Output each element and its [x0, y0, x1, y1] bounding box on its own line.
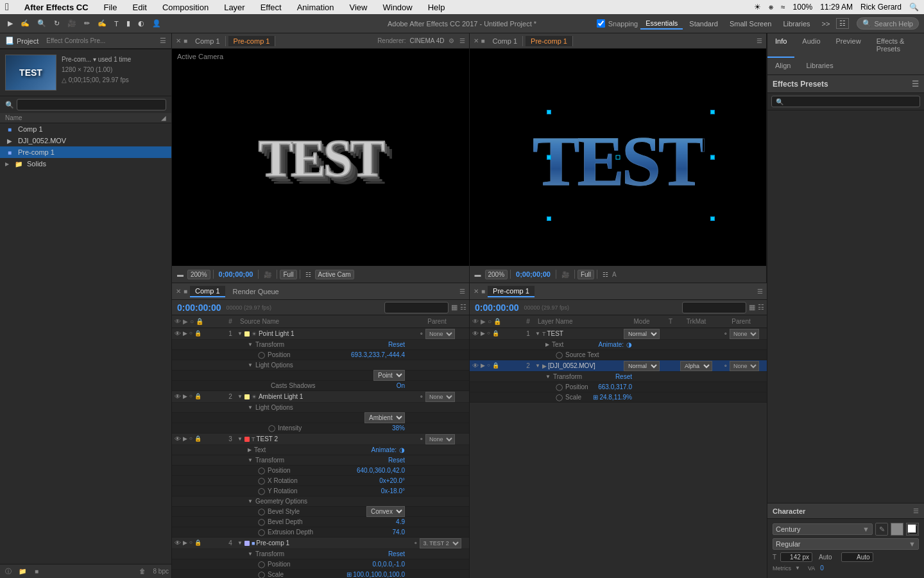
- layer-1-parent-select[interactable]: None: [425, 329, 455, 339]
- layer-3-transform-collapse[interactable]: ▼: [237, 457, 253, 463]
- layer-2-intensity-value[interactable]: 38%: [392, 425, 405, 432]
- viewer-precomp-menu-icon[interactable]: ☰: [757, 37, 762, 44]
- r-layer-2-lock[interactable]: 🔒: [492, 362, 499, 369]
- r-layer-2-pos-value[interactable]: 663.0,317.0: [598, 383, 632, 390]
- toolbar-pan-tool[interactable]: ✏: [81, 18, 92, 29]
- rp-tab-align[interactable]: Align: [767, 58, 798, 74]
- workspace-essentials[interactable]: Essentials: [640, 18, 683, 30]
- viewer-comp1-tab-comp1[interactable]: Comp 1: [190, 36, 226, 46]
- workspace-standard[interactable]: Standard: [684, 19, 723, 29]
- layer-1-solo[interactable]: ○: [189, 330, 193, 337]
- rp-tab-effects[interactable]: Effects & Presets: [869, 33, 924, 58]
- timeline-comp1-close[interactable]: ✕: [176, 288, 181, 295]
- char-leading-input[interactable]: [841, 552, 873, 562]
- layer-4-row[interactable]: 👁 ▶ ○ 🔒 4 ▼ ■ Pre-comp 1: [172, 538, 469, 549]
- layer-4-scale-value[interactable]: ⊞ 100.0,100.0,100.0: [346, 571, 405, 578]
- selection-handle-mr[interactable]: [710, 155, 715, 160]
- toolbar-hand-tool[interactable]: ✍: [18, 18, 32, 29]
- timeline-comp1-render-queue[interactable]: Render Queue: [233, 288, 279, 295]
- layer-3-eye[interactable]: 👁: [175, 435, 181, 442]
- selection-handle-ml[interactable]: [547, 155, 551, 160]
- r-layer-2-audio[interactable]: ▶: [481, 362, 485, 369]
- timeline-comp1-graph-btn[interactable]: ▦: [451, 303, 458, 311]
- layer-2-collapse[interactable]: ▼: [237, 394, 244, 399]
- effect-menu[interactable]: Effect: [258, 3, 284, 12]
- layer-3-pos-value[interactable]: 640.0,360.0,42.0: [357, 467, 405, 474]
- timeline-precomp-search[interactable]: [682, 302, 746, 313]
- effects-search-input[interactable]: [786, 98, 916, 105]
- new-solid-btn[interactable]: 🗑: [137, 566, 148, 577]
- viewer-precomp-timecode[interactable]: 0;00;00;00: [513, 270, 553, 279]
- character-panel-menu-icon[interactable]: ☰: [913, 507, 919, 514]
- layer-1-transform-collapse[interactable]: ▼: [237, 342, 253, 347]
- selection-handle-bl[interactable]: [547, 216, 551, 221]
- viewer-precomp-zoom-out[interactable]: ▬: [472, 270, 484, 279]
- project-item-comp1[interactable]: ■ Comp 1: [0, 123, 171, 135]
- layer-3-text-collapse[interactable]: ▶: [237, 447, 252, 453]
- layer-1-transform-row[interactable]: ▼ Transform Reset: [172, 340, 469, 350]
- search-help-bar[interactable]: 🔍 Search Help: [857, 17, 919, 30]
- layer-3-lock[interactable]: 🔒: [194, 435, 201, 442]
- project-item-precomp[interactable]: ■ Pre-comp 1: [0, 146, 171, 158]
- layer-1-lightopts-collapse[interactable]: ▼: [237, 362, 253, 368]
- rp-tab-libraries[interactable]: Libraries: [798, 58, 841, 74]
- toolbar-rotate-tool[interactable]: ↻: [51, 18, 62, 29]
- viewer-comp1-close[interactable]: ✕: [176, 37, 181, 44]
- r-layer-1-row[interactable]: 👁 ▶ ○ 🔒 1 ▼ T TEST Normal: [470, 328, 767, 340]
- r-layer-1-text-collapse[interactable]: ▶: [535, 342, 549, 347]
- r-layer-1-animate-btn[interactable]: ◑: [626, 341, 632, 348]
- layer-4-transform-reset[interactable]: Reset: [388, 550, 405, 557]
- apple-menu[interactable]: : [5, 1, 9, 13]
- effect-controls-tab[interactable]: Effect Controls Pre...: [46, 37, 105, 44]
- r-layer-1-collapse[interactable]: ▼: [535, 331, 542, 337]
- layer-2-audio[interactable]: ▶: [183, 393, 187, 400]
- selection-handle-center[interactable]: [615, 155, 620, 160]
- layer-4-collapse[interactable]: ▼: [237, 540, 244, 546]
- workspace-small-screen[interactable]: Small Screen: [724, 19, 776, 29]
- viewer-precomp-tab-precomp[interactable]: Pre-comp 1: [526, 36, 573, 46]
- char-tracking-value[interactable]: 0: [820, 565, 824, 572]
- char-font-edit-btn[interactable]: ✎: [875, 523, 888, 536]
- toolbar-select-tool[interactable]: ▶: [5, 18, 15, 29]
- layer-3-xrot-value[interactable]: 0x+20.0°: [379, 477, 405, 484]
- viewer-comp1-quality-dropdown[interactable]: Full: [280, 270, 296, 279]
- new-folder-btn[interactable]: 📁: [17, 566, 28, 577]
- layer-2-lightopts-row[interactable]: ▼ Light Options: [172, 403, 469, 413]
- r-layer-1-audio[interactable]: ▶: [481, 330, 485, 337]
- layer-3-extrude-value[interactable]: 74.0: [393, 529, 405, 536]
- viewer-comp1-zoom-dropdown[interactable]: 200%: [187, 270, 210, 279]
- r-layer-2-mode-select[interactable]: Normal: [624, 361, 660, 371]
- r-layer-1-mode-select[interactable]: Normal: [624, 329, 660, 339]
- timeline-comp1-tab[interactable]: Comp 1: [190, 286, 225, 297]
- workspace-libraries[interactable]: Libraries: [778, 19, 815, 29]
- layer-4-transform-collapse[interactable]: ▼: [237, 551, 253, 557]
- project-search-input[interactable]: [17, 99, 166, 110]
- search-icon[interactable]: 🔍: [909, 3, 919, 12]
- help-menu[interactable]: Help: [425, 3, 448, 12]
- project-tab[interactable]: Project: [17, 37, 38, 45]
- viewer-comp1-grid-btn[interactable]: ☷: [303, 270, 314, 279]
- layer-3-parent-select[interactable]: None: [425, 434, 455, 444]
- rp-tab-audio[interactable]: Audio: [794, 33, 828, 58]
- timeline-precomp-menu[interactable]: ☰: [757, 288, 763, 295]
- r-layer-2-transform-reset[interactable]: Reset: [615, 373, 632, 380]
- layer-3-animate-btn[interactable]: ◑: [399, 446, 405, 453]
- panel-menu-icon[interactable]: ☰: [160, 37, 166, 45]
- toolbar-roto-tool[interactable]: ◐: [135, 18, 147, 29]
- timeline-comp1-mode-btn[interactable]: ☷: [460, 303, 466, 311]
- r-layer-2-trkmat-select[interactable]: Alpha: [680, 361, 712, 371]
- layer-4-solo[interactable]: ○: [189, 539, 193, 547]
- layer-1-shadow-value[interactable]: On: [397, 382, 405, 389]
- layer-3-geom-row[interactable]: ▼ Geometry Options: [172, 496, 469, 507]
- viewer-precomp-quality-dropdown[interactable]: Full: [578, 270, 594, 279]
- layer-3-collapse[interactable]: ▼: [237, 436, 244, 442]
- project-item-video[interactable]: ▶ DJI_0052.MOV: [0, 135, 171, 146]
- layer-1-row[interactable]: 👁 ▶ ○ 🔒 1 ▼ ☀ Point Light 1: [172, 328, 469, 340]
- rp-tab-preview[interactable]: Preview: [828, 33, 869, 58]
- composition-menu[interactable]: Composition: [160, 3, 211, 12]
- layer-3-audio[interactable]: ▶: [183, 435, 187, 442]
- r-layer-2-collapse[interactable]: ▼: [535, 363, 542, 369]
- viewer-precomp-camera-icon[interactable]: 🎥: [559, 270, 572, 279]
- layer-1-eye[interactable]: 👁: [175, 330, 181, 337]
- layer-3-yrot-value[interactable]: 0x-18.0°: [381, 487, 405, 495]
